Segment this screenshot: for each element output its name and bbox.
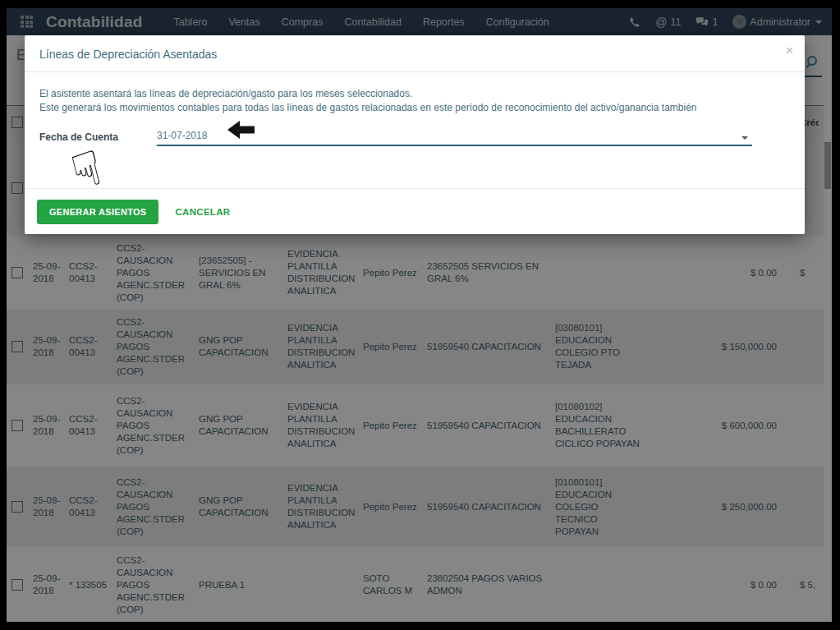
modal-header: Líneas de Depreciación Asentadas × <box>25 35 805 72</box>
modal-body: El asistente asentará las líneas de depr… <box>25 72 805 161</box>
generate-entries-button[interactable]: GENERAR ASIENTOS <box>37 200 158 224</box>
modal-help-text-line1: El asistente asentará las líneas de depr… <box>39 87 790 101</box>
account-date-value: 31-07-2018 <box>157 130 207 141</box>
modal-footer: GENERAR ASIENTOS CANCELAR <box>25 188 805 234</box>
account-date-field-row: Fecha de Cuenta 31-07-2018 <box>39 127 790 146</box>
chevron-down-icon[interactable] <box>741 136 748 140</box>
modal-title: Líneas de Depreciación Asentadas <box>39 48 217 61</box>
close-icon[interactable]: × <box>786 44 793 58</box>
cancel-button[interactable]: CANCELAR <box>175 207 230 217</box>
app-window: Contabilidad Tablero Ventas Compras Cont… <box>7 8 832 622</box>
modal-help-text-line2: Este generará los movimientos contables … <box>39 101 790 115</box>
cursor-arrow-icon <box>227 121 255 139</box>
depreciation-modal: Líneas de Depreciación Asentadas × El as… <box>25 35 805 234</box>
account-date-label: Fecha de Cuenta <box>39 131 157 146</box>
